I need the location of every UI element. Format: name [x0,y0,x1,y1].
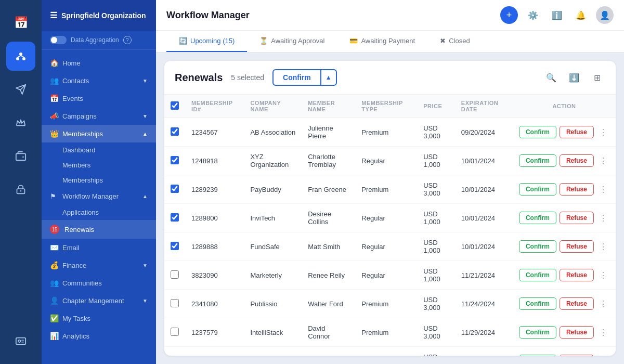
sidebar-item-finance-label: Finance [62,262,86,269]
row-more-button-7[interactable]: ⋮ [597,327,609,339]
row-more-button-3[interactable]: ⋮ [597,212,609,224]
sidebar-sub-item-memberships[interactable]: Memberships [42,173,156,188]
row-more-button-1[interactable]: ⋮ [597,155,609,167]
settings-button[interactable]: ⚙️ [524,6,542,24]
cell-expiry: 11/30/2024 [455,347,513,356]
sidebar-item-memberships[interactable]: 👑 Memberships ▲ [42,125,156,142]
sidebar-item-campaigns[interactable]: 📣 Campaigns ▼ [42,107,156,125]
confirm-button[interactable]: Confirm [272,69,321,86]
sidebar-icon-calendar[interactable]: 📅 [6,8,35,37]
row-refuse-button-6[interactable]: Refuse [560,297,594,310]
row-refuse-button-0[interactable]: Refuse [560,126,594,138]
row-checkbox-6[interactable] [171,299,179,307]
sidebar-item-chapter-management[interactable]: 👤 Chapter Mangement ▼ [42,292,156,309]
cell-checkbox[interactable] [164,318,185,347]
sidebar-icon-lock[interactable] [6,175,35,204]
sidebar-item-events[interactable]: 📅 Events [42,89,156,107]
sidebar-item-renewals[interactable]: 15 Renewals [42,220,156,239]
cell-checkbox[interactable] [164,261,185,290]
row-confirm-button-1[interactable]: Confirm [519,154,556,167]
row-checkbox-4[interactable] [171,242,179,250]
cell-action: Confirm Refuse ⋮ [513,232,616,261]
sidebar-sub-item-applications[interactable]: Applications [42,205,156,220]
sidebar-item-contacts[interactable]: 👥 Contacts ▼ [42,72,156,89]
row-more-button-2[interactable]: ⋮ [597,184,609,196]
cell-checkbox[interactable] [164,118,185,147]
toggle-switch[interactable] [50,36,67,44]
sidebar-icon-wallet[interactable] [6,141,35,171]
cell-member: Renee Reily [302,261,355,290]
row-more-button-4[interactable]: ⋮ [597,241,609,253]
cell-action: Confirm Refuse ⋮ [513,290,616,318]
sidebar-item-communities[interactable]: 👥 Communities [42,274,156,292]
sidebar-icon-id-card[interactable] [6,327,35,356]
notifications-button[interactable]: 🔔 [572,6,590,24]
sidebar-icon-campaigns[interactable] [6,75,35,104]
row-refuse-button-4[interactable]: Refuse [560,240,594,253]
avatar[interactable]: 👤 [596,6,614,24]
cell-checkbox[interactable] [164,232,185,261]
row-checkbox-2[interactable] [171,185,179,193]
col-checkbox [164,95,185,118]
sidebar-icon-crown[interactable] [6,108,35,137]
row-more-button-5[interactable]: ⋮ [597,269,609,281]
row-checkbox-0[interactable] [171,127,179,136]
row-more-button-8[interactable]: ⋮ [597,355,609,356]
cell-checkbox[interactable] [164,147,185,175]
row-checkbox-5[interactable] [171,270,179,279]
select-all-checkbox[interactable] [171,101,179,110]
cell-checkbox[interactable] [164,175,185,204]
row-confirm-button-4[interactable]: Confirm [519,240,556,253]
row-refuse-button-1[interactable]: Refuse [560,154,594,167]
row-checkbox-1[interactable] [171,156,179,164]
row-refuse-button-7[interactable]: Refuse [560,326,594,339]
cell-action: Confirm Refuse ⋮ [513,261,616,290]
cell-company: InviTech [244,204,302,232]
selected-badge: 5 selected [231,73,264,82]
add-button[interactable]: + [500,6,518,24]
cell-type: Premium [355,318,417,347]
confirm-dropdown-button[interactable]: ▲ [321,69,337,86]
row-more-button-0[interactable]: ⋮ [597,126,609,138]
col-membership-type: MEMBERSHIP TYPE [355,95,417,118]
sidebar-item-finance[interactable]: 💰 Finance ▼ [42,256,156,274]
cell-checkbox[interactable] [164,204,185,232]
cell-id: 8947509 [185,347,244,356]
row-confirm-button-3[interactable]: Confirm [519,212,556,224]
row-refuse-button-8[interactable]: Refuse [560,355,594,356]
info-button[interactable]: ℹ️ [548,6,566,24]
tab-closed[interactable]: ✖ Closed [427,31,482,52]
sidebar-item-my-tasks[interactable]: ✅ My Tasks [42,309,156,327]
row-checkbox-7[interactable] [171,328,179,336]
search-button[interactable]: 🔍 [543,69,560,86]
row-confirm-button-8[interactable]: Confirm [519,355,556,356]
row-refuse-button-5[interactable]: Refuse [560,269,594,281]
sidebar-item-email[interactable]: ✉️ Email [42,239,156,256]
settings-table-button[interactable]: ⊞ [589,69,605,86]
row-checkbox-3[interactable] [171,213,179,222]
download-button[interactable]: ⬇️ [566,69,582,86]
sidebar-item-analytics[interactable]: 📊 Analytics [42,327,156,345]
tab-upcoming[interactable]: 🔄 Upcoming (15) [166,31,247,52]
table-row: 1237579 IntelliStack David Connor Premiu… [164,318,616,347]
sidebar-item-home[interactable]: 🏠 Home [42,54,156,72]
sidebar-item-workflow-manager[interactable]: ⚑ Workflow Manager ▲ [42,188,156,205]
tab-awaiting-approval[interactable]: ⏳ Awaiting Approval [247,31,337,52]
row-confirm-button-2[interactable]: Confirm [519,183,556,196]
cell-checkbox[interactable] [164,290,185,318]
row-refuse-button-3[interactable]: Refuse [560,212,594,224]
org-header[interactable]: ☰ Springfield Organization [42,0,156,31]
cell-checkbox[interactable] [164,347,185,356]
row-confirm-button-7[interactable]: Confirm [519,326,556,339]
row-confirm-button-5[interactable]: Confirm [519,269,556,281]
row-confirm-button-0[interactable]: Confirm [519,126,556,138]
sidebar-sub-item-members[interactable]: Members [42,158,156,173]
help-icon[interactable]: ? [123,36,132,44]
row-confirm-button-6[interactable]: Confirm [519,297,556,310]
sidebar-icon-network[interactable] [6,42,35,71]
row-more-button-6[interactable]: ⋮ [597,298,609,310]
tab-awaiting-payment[interactable]: 💳 Awaiting Payment [337,31,427,52]
row-refuse-button-2[interactable]: Refuse [560,183,594,196]
data-aggregation-toggle[interactable]: Data Aggregation ? [42,31,156,50]
sidebar-sub-item-dashboard[interactable]: Dashboard [42,142,156,158]
